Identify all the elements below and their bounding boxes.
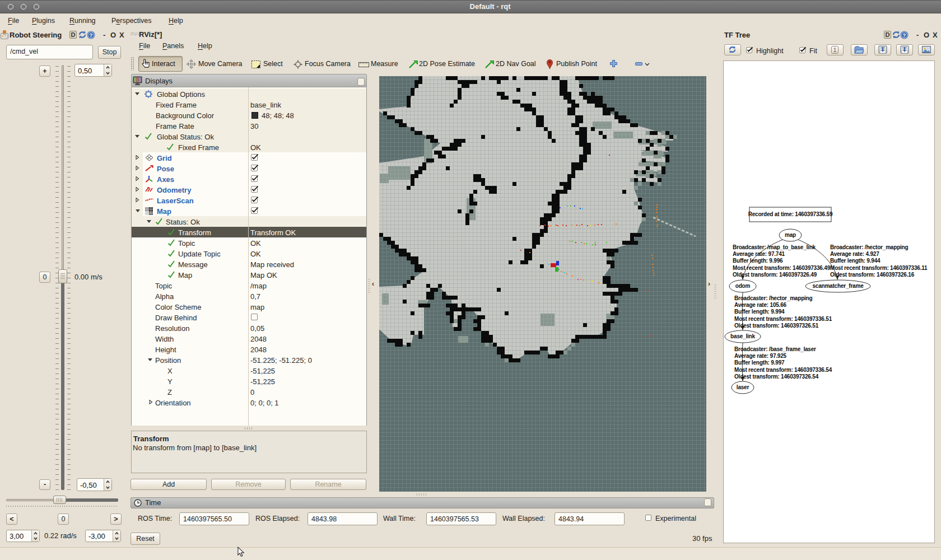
svg-text:?: ? bbox=[903, 32, 906, 38]
svg-text:?: ? bbox=[90, 32, 93, 38]
